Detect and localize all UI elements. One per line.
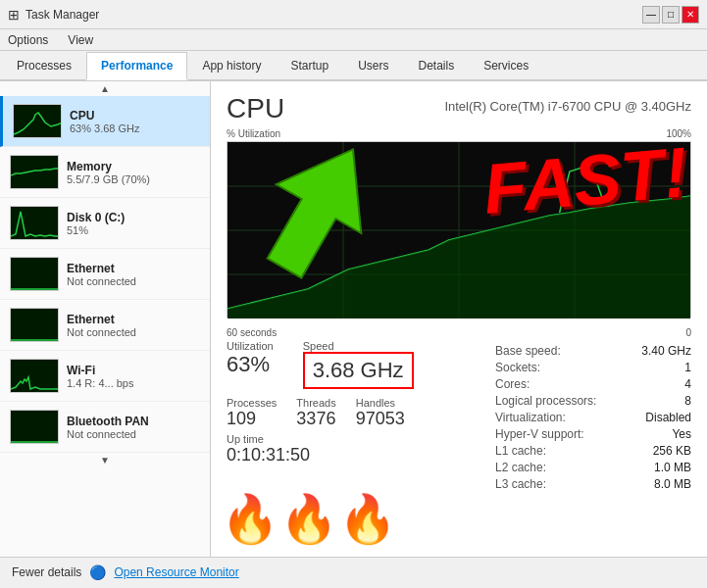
spec-l1-val: 256 KB bbox=[653, 444, 691, 458]
processes-value: 109 bbox=[227, 409, 277, 429]
spec-virt-val: Disabled bbox=[645, 411, 691, 424]
speed-stat: Speed 3.68 GHz bbox=[303, 340, 414, 389]
svg-rect-0 bbox=[14, 105, 62, 138]
detail-title: CPU bbox=[227, 93, 284, 124]
spec-cores-key: Cores: bbox=[495, 377, 530, 391]
wifi-thumbnail bbox=[10, 359, 59, 393]
spec-l1-key: L1 cache: bbox=[495, 444, 546, 458]
speed-box: 3.68 GHz bbox=[303, 352, 414, 389]
disk-title: Disk 0 (C:) bbox=[67, 211, 200, 224]
spec-cores: Cores: 4 bbox=[495, 377, 691, 391]
minimize-button[interactable]: — bbox=[642, 6, 660, 24]
specs-panel: Base speed: 3.40 GHz Sockets: 1 Cores: 4… bbox=[495, 340, 691, 491]
sidebar-item-cpu[interactable]: CPU 63% 3.68 GHz bbox=[0, 96, 210, 147]
detail-panel: FAST! 🔥🔥🔥 CPU Intel(R) Core(TM) i7-6700 … bbox=[211, 81, 707, 557]
bluetooth-title: Bluetooth PAN bbox=[67, 415, 200, 428]
ethernet2-title: Ethernet bbox=[67, 313, 200, 326]
processes-label: Processes bbox=[227, 397, 277, 409]
spec-basespeed-val: 3.40 GHz bbox=[641, 344, 691, 358]
resource-monitor-icon: 🔵 bbox=[89, 564, 106, 580]
speed-label: Speed bbox=[303, 340, 414, 352]
memory-subtitle: 5.5/7.9 GB (70%) bbox=[67, 173, 200, 185]
cpu-subtitle: 63% 3.68 GHz bbox=[70, 122, 200, 134]
sidebar-item-memory[interactable]: Memory 5.5/7.9 GB (70%) bbox=[0, 147, 210, 198]
utilization-stat: Utilization 63% bbox=[227, 340, 274, 389]
spec-basespeed: Base speed: 3.40 GHz bbox=[495, 344, 691, 358]
wifi-subtitle: 1.4 R: 4... bps bbox=[67, 377, 200, 389]
scroll-down-arrow[interactable]: ▼ bbox=[0, 453, 210, 467]
fewer-details-link[interactable]: Fewer details bbox=[12, 565, 81, 579]
ethernet2-subtitle: Not connected bbox=[67, 326, 200, 338]
spec-l2-val: 1.0 MB bbox=[654, 461, 691, 474]
tab-services[interactable]: Services bbox=[469, 52, 543, 80]
util-label: % Utilization bbox=[227, 128, 280, 139]
handles-stat: Handles 97053 bbox=[356, 397, 405, 429]
sidebar-item-wifi[interactable]: Wi-Fi 1.4 R: 4... bps bbox=[0, 351, 210, 402]
detail-left: Utilization 63% Speed 3.68 GHz Processes bbox=[227, 340, 476, 494]
ethernet1-info: Ethernet Not connected bbox=[67, 262, 200, 287]
spec-logical: Logical processors: 8 bbox=[495, 394, 691, 408]
disk-info: Disk 0 (C:) 51% bbox=[67, 211, 200, 236]
spec-virt: Virtualization: Disabled bbox=[495, 411, 691, 424]
spec-basespeed-key: Base speed: bbox=[495, 344, 561, 358]
cpu-info: CPU 63% 3.68 GHz bbox=[70, 109, 200, 134]
uptime-block: Up time 0:10:31:50 bbox=[227, 433, 476, 466]
spec-l3-val: 8.0 MB bbox=[654, 477, 691, 491]
title-bar: ⊞ Task Manager — □ ✕ bbox=[0, 0, 707, 29]
spec-l3-key: L3 cache: bbox=[495, 477, 546, 491]
menu-view[interactable]: View bbox=[64, 31, 97, 49]
detail-right: Base speed: 3.40 GHz Sockets: 1 Cores: 4… bbox=[495, 340, 691, 494]
sidebar-item-disk[interactable]: Disk 0 (C:) 51% bbox=[0, 198, 210, 249]
tab-processes[interactable]: Processes bbox=[2, 52, 86, 80]
tab-details[interactable]: Details bbox=[403, 52, 469, 80]
tab-performance[interactable]: Performance bbox=[86, 52, 187, 80]
sidebar-item-ethernet1[interactable]: Ethernet Not connected bbox=[0, 249, 210, 300]
maximize-button[interactable]: □ bbox=[662, 6, 680, 24]
spec-hyperv: Hyper-V support: Yes bbox=[495, 427, 691, 441]
menu-options[interactable]: Options bbox=[4, 31, 52, 49]
cpu-title: CPU bbox=[70, 109, 200, 122]
scroll-up-arrow[interactable]: ▲ bbox=[0, 81, 210, 96]
spec-logical-key: Logical processors: bbox=[495, 394, 596, 408]
utilization-label: Utilization bbox=[227, 340, 274, 352]
ethernet1-subtitle: Not connected bbox=[67, 275, 200, 287]
ethernet1-title: Ethernet bbox=[67, 262, 200, 275]
threads-label: Threads bbox=[296, 397, 335, 409]
min-label: 0 bbox=[685, 327, 691, 338]
sidebar-item-ethernet2[interactable]: Ethernet Not connected bbox=[0, 300, 210, 351]
app-title: Task Manager bbox=[25, 8, 99, 22]
bluetooth-thumbnail bbox=[10, 410, 59, 444]
detail-header: CPU Intel(R) Core(TM) i7-6700 CPU @ 3.40… bbox=[227, 93, 691, 124]
speed-value: 3.68 GHz bbox=[313, 358, 404, 383]
sidebar-item-bluetooth[interactable]: Bluetooth PAN Not connected bbox=[0, 402, 210, 453]
svg-rect-6 bbox=[11, 411, 59, 444]
processes-stat: Processes 109 bbox=[227, 397, 277, 429]
wifi-info: Wi-Fi 1.4 R: 4... bps bbox=[67, 364, 200, 389]
uptime-value: 0:10:31:50 bbox=[227, 445, 476, 466]
threads-stat: Threads 3376 bbox=[296, 397, 335, 429]
memory-title: Memory bbox=[67, 160, 200, 173]
spec-l2-key: L2 cache: bbox=[495, 461, 546, 474]
time-label: 60 seconds bbox=[227, 327, 277, 338]
ethernet2-info: Ethernet Not connected bbox=[67, 313, 200, 338]
graph-time-label: 60 seconds 0 bbox=[227, 327, 691, 338]
tab-startup[interactable]: Startup bbox=[276, 52, 343, 80]
svg-rect-3 bbox=[11, 258, 59, 291]
svg-rect-4 bbox=[11, 309, 59, 342]
tab-bar: Processes Performance App history Startu… bbox=[0, 51, 707, 81]
spec-sockets-key: Sockets: bbox=[495, 361, 540, 374]
spec-l2: L2 cache: 1.0 MB bbox=[495, 461, 691, 474]
handles-value: 97053 bbox=[356, 409, 405, 429]
sidebar: ▲ CPU 63% 3.68 GHz M bbox=[0, 81, 211, 557]
handles-label: Handles bbox=[356, 397, 405, 409]
spec-virt-key: Virtualization: bbox=[495, 411, 566, 424]
disk-subtitle: 51% bbox=[67, 224, 200, 236]
tab-users[interactable]: Users bbox=[343, 52, 403, 80]
tab-apphistory[interactable]: App history bbox=[187, 52, 276, 80]
flames-overlay: 🔥🔥🔥 bbox=[221, 492, 397, 547]
resource-monitor-link[interactable]: Open Resource Monitor bbox=[114, 565, 238, 579]
close-button[interactable]: ✕ bbox=[682, 6, 699, 24]
detail-columns: Utilization 63% Speed 3.68 GHz Processes bbox=[227, 340, 691, 494]
disk-thumbnail bbox=[10, 206, 59, 240]
mini-stats-row: Processes 109 Threads 3376 Handles 97053 bbox=[227, 397, 476, 429]
